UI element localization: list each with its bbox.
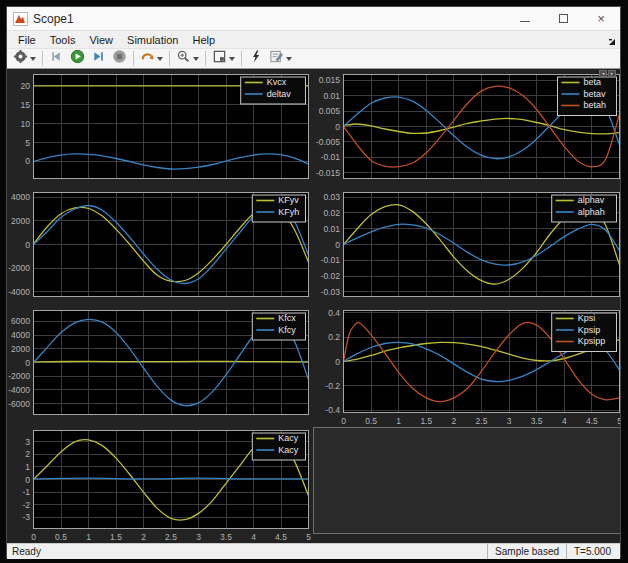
y-tick-label: 2000 bbox=[11, 344, 30, 354]
y-tick-label: 20 bbox=[21, 81, 31, 91]
arrow-right-icon[interactable]: ▸ bbox=[608, 70, 616, 77]
plot-alpha[interactable]: -0.03-0.02-0.0100.010.020.03alphavalphah bbox=[313, 191, 620, 301]
legend-label: Kacy bbox=[278, 433, 299, 443]
trigger-button[interactable] bbox=[246, 48, 265, 69]
measurements-button[interactable] bbox=[267, 48, 294, 69]
zoom-icon bbox=[176, 49, 191, 68]
stop-button[interactable] bbox=[110, 48, 129, 69]
toolbar-separator bbox=[241, 51, 242, 66]
x-tick-label: 4 bbox=[251, 532, 256, 542]
step-back-icon bbox=[49, 49, 64, 68]
window-title: Scope1 bbox=[33, 12, 74, 26]
legend[interactable]: betabetavbetah bbox=[558, 77, 617, 116]
status-sample-mode: Sample based bbox=[487, 544, 566, 559]
stop-icon bbox=[112, 49, 127, 68]
step-back-button[interactable] bbox=[47, 48, 66, 69]
legend-label: betah bbox=[584, 100, 607, 110]
scope-canvas: 05101520Kvcxdeltav -4000-2000020004000KF… bbox=[7, 69, 620, 543]
y-tick-label: -0.03 bbox=[321, 287, 341, 297]
dropdown-caret-icon[interactable] bbox=[193, 57, 199, 61]
menu-file[interactable]: File bbox=[11, 32, 43, 48]
dropdown-caret-icon[interactable] bbox=[157, 57, 163, 61]
legend[interactable]: alphavalphah bbox=[552, 195, 617, 222]
minimize-button[interactable] bbox=[506, 7, 544, 30]
settings-gear-button[interactable] bbox=[11, 48, 38, 69]
step-forward-icon bbox=[91, 49, 106, 68]
y-tick-label: 4000 bbox=[11, 330, 30, 340]
y-tick-label: 0.015 bbox=[319, 75, 341, 85]
y-tick-label: 6000 bbox=[11, 316, 30, 326]
menu-view[interactable]: View bbox=[82, 32, 120, 48]
status-text: Ready bbox=[12, 546, 41, 557]
y-tick-label: 0 bbox=[25, 358, 30, 368]
run-icon bbox=[70, 49, 85, 68]
measurements-icon bbox=[269, 49, 284, 68]
toolbar-separator bbox=[133, 51, 134, 66]
layout-icon bbox=[212, 49, 227, 68]
y-tick-label: -2 bbox=[22, 500, 30, 510]
plot-kfcx-kfcy[interactable]: -6000-4000-20000200040006000KfcxKfcy bbox=[7, 309, 311, 419]
plot-kvcx-deltav[interactable]: 05101520Kvcxdeltav bbox=[7, 73, 311, 183]
legend[interactable]: KacyKacy bbox=[252, 433, 305, 460]
plot-kpsi[interactable]: -0.4-0.200.20.400.511.522.533.544.55Kpsi… bbox=[313, 309, 620, 427]
run-button[interactable] bbox=[68, 48, 87, 69]
x-tick-label: 5 bbox=[306, 532, 311, 542]
toolbar bbox=[7, 49, 620, 69]
legend[interactable]: Kvcxdeltav bbox=[241, 77, 306, 104]
series-Kacy bbox=[34, 478, 309, 479]
status-cells: Sample based T=5.000 bbox=[487, 544, 618, 559]
scope-app-icon bbox=[13, 12, 28, 26]
y-tick-label: 2 bbox=[25, 449, 30, 459]
axes-maximize-widget[interactable]: ◂▸ bbox=[598, 70, 616, 77]
plot-kfyv-kfyh[interactable]: -4000-2000020004000KFyvKFyh bbox=[7, 191, 311, 301]
menu-tools[interactable]: Tools bbox=[43, 32, 83, 48]
x-tick-label: 0 bbox=[341, 416, 346, 426]
y-tick-label: -0.015 bbox=[316, 168, 340, 178]
legend[interactable]: KfcxKfcy bbox=[252, 313, 305, 340]
dropdown-caret-icon[interactable] bbox=[286, 57, 292, 61]
legend-label: Kpsip bbox=[578, 325, 601, 335]
close-icon: × bbox=[597, 12, 605, 25]
style-brush-button[interactable] bbox=[138, 48, 165, 69]
y-tick-label: 0 bbox=[335, 240, 340, 250]
menu-simulation[interactable]: Simulation bbox=[120, 32, 185, 48]
x-tick-label: 2 bbox=[452, 416, 457, 426]
style-brush-icon bbox=[140, 49, 155, 68]
menubar-pin-icon[interactable] bbox=[608, 36, 616, 48]
titlebar: Scope1 × bbox=[7, 7, 620, 31]
plot-beta[interactable]: -0.015-0.01-0.00500.0050.010.015betabeta… bbox=[313, 73, 620, 183]
legend-label: Kacy bbox=[278, 445, 299, 455]
zoom-button[interactable] bbox=[174, 48, 201, 69]
scope-window: Scope1 × FileToolsViewSimulationHelp 051… bbox=[6, 6, 621, 558]
maximize-icon bbox=[559, 14, 568, 23]
dropdown-caret-icon[interactable] bbox=[229, 57, 235, 61]
y-tick-label: 2000 bbox=[11, 216, 30, 226]
plot-kacy[interactable]: -3-2-1012300.511.522.533.544.55KacyKacy bbox=[7, 429, 311, 543]
step-forward-button[interactable] bbox=[89, 48, 108, 69]
menu-help[interactable]: Help bbox=[185, 32, 222, 48]
layout-button[interactable] bbox=[210, 48, 237, 69]
y-tick-label: 0.02 bbox=[323, 208, 340, 218]
legend-label: betav bbox=[584, 89, 607, 99]
maximize-button[interactable] bbox=[544, 7, 582, 30]
x-tick-label: 0 bbox=[31, 532, 36, 542]
dropdown-caret-icon[interactable] bbox=[30, 57, 36, 61]
y-tick-label: 0 bbox=[25, 240, 30, 250]
y-tick-label: -0.02 bbox=[321, 271, 341, 281]
y-tick-label: -0.4 bbox=[325, 405, 340, 415]
close-button[interactable]: × bbox=[582, 7, 620, 30]
legend[interactable]: KFyvKFyh bbox=[252, 195, 305, 222]
y-tick-label: 0.005 bbox=[319, 106, 341, 116]
y-tick-label: 10 bbox=[21, 119, 31, 129]
legend-label: deltav bbox=[267, 89, 292, 99]
y-tick-label: 0.01 bbox=[323, 91, 340, 101]
legend[interactable]: KpsiKpsipKpsipp bbox=[552, 313, 617, 352]
legend-label: KFyv bbox=[278, 195, 299, 205]
y-tick-label: 15 bbox=[21, 100, 31, 110]
arrow-left-icon[interactable]: ◂ bbox=[599, 70, 607, 77]
window-controls: × bbox=[506, 7, 620, 30]
trigger-icon bbox=[248, 49, 263, 68]
x-tick-label: 3 bbox=[507, 416, 512, 426]
x-tick-label: 2.5 bbox=[476, 416, 488, 426]
empty-display-panel bbox=[313, 427, 620, 534]
